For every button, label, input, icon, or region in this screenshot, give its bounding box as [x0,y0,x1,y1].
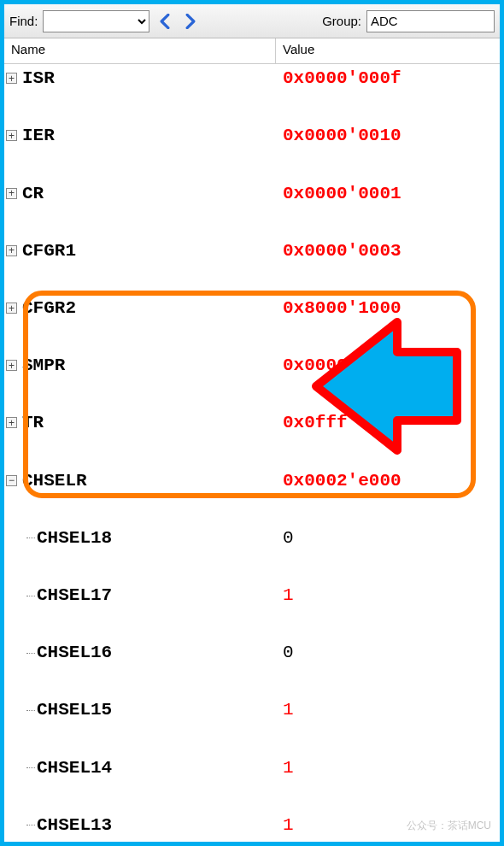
row-value: 0x0000'0006 [276,355,500,375]
register-row[interactable]: +ISR0x0000'000f [4,64,500,93]
register-rows: +ISR0x0000'000f+IER0x0000'0010+CR0x0000'… [4,64,500,842]
register-view-window: Find: Group: Name Value +ISR0x0000'000f+… [0,0,504,846]
register-row[interactable]: CHSEL160 [4,638,500,667]
row-value: 0 [276,528,500,548]
row-value: 0x0002'e000 [276,471,500,491]
next-button[interactable] [180,9,201,33]
row-value: 0x0000'0001 [276,184,500,203]
chevron-left-icon [159,14,171,29]
row-name: −CHSELR [4,471,276,491]
expander-icon[interactable]: + [6,303,17,314]
expander-icon[interactable]: + [6,360,17,371]
row-value: 0x0000'0010 [276,126,500,145]
row-name: CHSEL13 [4,815,276,835]
row-value: 0x0000'0003 [276,241,500,261]
row-name: +CFGR1 [4,241,276,261]
row-name: +TR [4,413,276,432]
expander-icon[interactable]: + [6,130,17,141]
register-row[interactable]: CHSEL151 [4,696,500,725]
register-row[interactable]: +TR0x0fff'0000 [4,408,500,438]
row-name: +SMPR [4,355,276,375]
row-name: +CFGR2 [4,298,276,318]
row-name: CHSEL17 [4,585,276,605]
row-name: CHSEL14 [4,758,276,778]
column-headers: Name Value [4,38,500,64]
row-value: 1 [276,700,500,720]
row-name: CHSEL15 [4,700,276,720]
register-row[interactable]: +CR0x0000'0001 [4,179,500,208]
group-input[interactable] [366,10,495,32]
row-name: CHSEL18 [4,528,276,548]
toolbar: Find: Group: [4,4,500,38]
header-value[interactable]: Value [276,38,500,63]
watermark: 公众号：茶话MCU [407,819,491,833]
expander-icon[interactable]: + [6,188,17,199]
row-name: +CR [4,184,276,203]
header-name[interactable]: Name [4,38,276,63]
row-value: 0x0000'000f [276,68,500,88]
row-value: 1 [276,758,500,778]
register-row[interactable]: CHSEL180 [4,524,500,553]
register-row[interactable]: CHSEL141 [4,753,500,782]
chevron-right-icon [185,14,196,29]
row-value: 0x8000'1000 [276,298,500,318]
expander-icon[interactable]: − [6,475,17,486]
group-label: Group: [322,14,361,28]
register-row[interactable]: +IER0x0000'0010 [4,121,500,150]
row-name: +IER [4,126,276,145]
register-row[interactable]: +SMPR0x0000'0006 [4,351,500,380]
row-value: 1 [276,585,500,605]
row-name: CHSEL16 [4,643,276,662]
expander-icon[interactable]: + [6,417,17,428]
register-row[interactable]: −CHSELR0x0002'e000 [4,466,500,495]
find-label: Find: [9,14,38,28]
row-value: 0x0fff'0000 [276,413,500,432]
register-row[interactable]: +CFGR10x0000'0003 [4,237,500,266]
register-row[interactable]: CHSEL171 [4,581,500,610]
expander-icon[interactable]: + [6,73,17,84]
find-select[interactable] [43,10,149,32]
prev-button[interactable] [155,9,175,33]
expander-icon[interactable]: + [6,245,17,256]
arrow-annotation [308,314,466,461]
row-name: +ISR [4,68,276,88]
register-row[interactable]: +CFGR20x8000'1000 [4,294,500,323]
row-value: 0 [276,643,500,662]
